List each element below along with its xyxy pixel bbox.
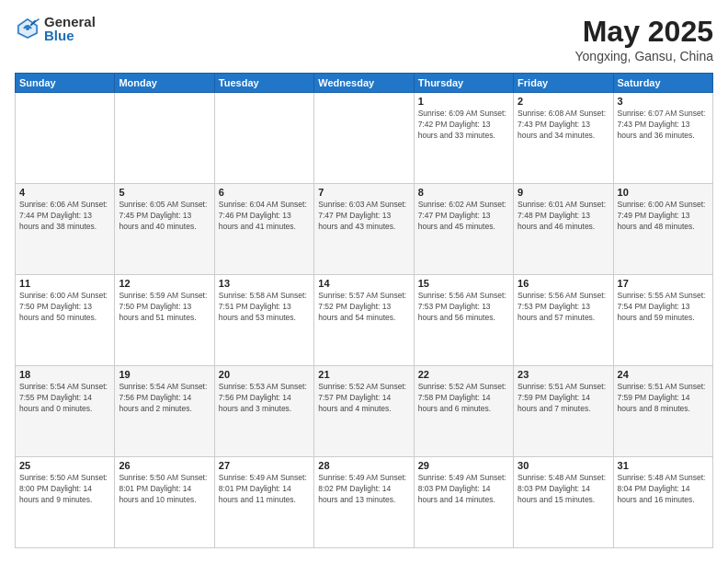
svg-point-2 [26,27,29,30]
calendar-cell [314,93,414,184]
calendar-cell: 14Sunrise: 5:57 AM Sunset: 7:52 PM Dayli… [314,275,414,366]
calendar-cell: 15Sunrise: 5:56 AM Sunset: 7:53 PM Dayli… [414,275,513,366]
calendar-week-2: 4Sunrise: 6:06 AM Sunset: 7:44 PM Daylig… [16,184,713,275]
day-info: Sunrise: 5:50 AM Sunset: 8:00 PM Dayligh… [19,473,110,506]
calendar-header-row: SundayMondayTuesdayWednesdayThursdayFrid… [16,74,713,93]
header: General Blue May 2025 Yongxing, Gansu, C… [15,15,713,63]
calendar-cell: 9Sunrise: 6:01 AM Sunset: 7:48 PM Daylig… [514,184,613,275]
day-number: 11 [19,278,110,289]
calendar-cell: 24Sunrise: 5:51 AM Sunset: 7:59 PM Dayli… [613,366,712,457]
calendar-cell [214,93,313,184]
day-info: Sunrise: 5:48 AM Sunset: 8:03 PM Dayligh… [518,473,609,506]
calendar-cell: 27Sunrise: 5:49 AM Sunset: 8:01 PM Dayli… [214,457,313,548]
day-number: 25 [19,460,110,471]
logo: General Blue [15,15,96,42]
weekday-header-wednesday: Wednesday [314,74,414,93]
day-info: Sunrise: 5:49 AM Sunset: 8:03 PM Dayligh… [418,473,509,506]
calendar-cell: 18Sunrise: 5:54 AM Sunset: 7:55 PM Dayli… [16,366,115,457]
calendar-table: SundayMondayTuesdayWednesdayThursdayFrid… [15,73,713,548]
day-number: 19 [119,369,210,380]
day-number: 21 [318,369,409,380]
day-number: 27 [219,460,310,471]
day-number: 12 [119,278,210,289]
day-number: 14 [318,278,409,289]
calendar-cell: 31Sunrise: 5:48 AM Sunset: 8:04 PM Dayli… [613,457,712,548]
weekday-header-saturday: Saturday [613,74,712,93]
day-number: 5 [119,187,210,198]
calendar-cell: 30Sunrise: 5:48 AM Sunset: 8:03 PM Dayli… [514,457,613,548]
calendar-cell: 19Sunrise: 5:54 AM Sunset: 7:56 PM Dayli… [115,366,214,457]
day-info: Sunrise: 5:58 AM Sunset: 7:51 PM Dayligh… [219,291,310,324]
day-info: Sunrise: 5:57 AM Sunset: 7:52 PM Dayligh… [318,291,409,324]
calendar-cell [115,93,214,184]
page: General Blue May 2025 Yongxing, Gansu, C… [0,0,728,563]
calendar-cell: 6Sunrise: 6:04 AM Sunset: 7:46 PM Daylig… [214,184,313,275]
day-number: 1 [418,96,509,107]
calendar-cell: 29Sunrise: 5:49 AM Sunset: 8:03 PM Dayli… [414,457,513,548]
calendar-cell: 25Sunrise: 5:50 AM Sunset: 8:00 PM Dayli… [16,457,115,548]
day-info: Sunrise: 5:49 AM Sunset: 8:01 PM Dayligh… [219,473,310,506]
day-number: 24 [618,369,709,380]
day-info: Sunrise: 5:59 AM Sunset: 7:50 PM Dayligh… [119,291,210,324]
weekday-header-friday: Friday [514,74,613,93]
day-number: 6 [219,187,310,198]
day-number: 28 [318,460,409,471]
calendar-week-4: 18Sunrise: 5:54 AM Sunset: 7:55 PM Dayli… [16,366,713,457]
logo-text: General Blue [44,15,96,42]
calendar-cell: 12Sunrise: 5:59 AM Sunset: 7:50 PM Dayli… [115,275,214,366]
calendar-cell: 10Sunrise: 6:00 AM Sunset: 7:49 PM Dayli… [613,184,712,275]
title-block: May 2025 Yongxing, Gansu, China [575,15,713,63]
day-number: 13 [219,278,310,289]
logo-blue-text: Blue [44,29,96,42]
day-number: 15 [418,278,509,289]
day-number: 3 [618,96,709,107]
day-info: Sunrise: 6:01 AM Sunset: 7:48 PM Dayligh… [518,200,609,233]
day-info: Sunrise: 6:03 AM Sunset: 7:47 PM Dayligh… [318,200,409,233]
calendar-cell: 13Sunrise: 5:58 AM Sunset: 7:51 PM Dayli… [214,275,313,366]
day-info: Sunrise: 5:48 AM Sunset: 8:04 PM Dayligh… [618,473,709,506]
day-info: Sunrise: 5:54 AM Sunset: 7:56 PM Dayligh… [119,382,210,415]
day-number: 2 [518,96,609,107]
day-number: 16 [518,278,609,289]
month-title: May 2025 [575,15,713,49]
day-number: 22 [418,369,509,380]
logo-general-text: General [44,15,96,29]
weekday-header-thursday: Thursday [414,74,513,93]
day-number: 7 [318,187,409,198]
day-info: Sunrise: 6:08 AM Sunset: 7:43 PM Dayligh… [518,109,609,142]
day-info: Sunrise: 5:51 AM Sunset: 7:59 PM Dayligh… [518,382,609,415]
day-info: Sunrise: 5:51 AM Sunset: 7:59 PM Dayligh… [618,382,709,415]
day-info: Sunrise: 5:55 AM Sunset: 7:54 PM Dayligh… [618,291,709,324]
calendar-cell: 20Sunrise: 5:53 AM Sunset: 7:56 PM Dayli… [214,366,313,457]
day-number: 23 [518,369,609,380]
day-number: 29 [418,460,509,471]
calendar-cell: 2Sunrise: 6:08 AM Sunset: 7:43 PM Daylig… [514,93,613,184]
calendar-cell: 22Sunrise: 5:52 AM Sunset: 7:58 PM Dayli… [414,366,513,457]
calendar-cell: 1Sunrise: 6:09 AM Sunset: 7:42 PM Daylig… [414,93,513,184]
day-number: 8 [418,187,509,198]
location: Yongxing, Gansu, China [575,49,713,63]
day-info: Sunrise: 5:52 AM Sunset: 7:57 PM Dayligh… [318,382,409,415]
day-number: 31 [618,460,709,471]
weekday-header-sunday: Sunday [16,74,115,93]
day-number: 20 [219,369,310,380]
day-number: 26 [119,460,210,471]
calendar-cell: 5Sunrise: 6:05 AM Sunset: 7:45 PM Daylig… [115,184,214,275]
calendar-cell: 17Sunrise: 5:55 AM Sunset: 7:54 PM Dayli… [613,275,712,366]
calendar-cell: 21Sunrise: 5:52 AM Sunset: 7:57 PM Dayli… [314,366,414,457]
day-number: 9 [518,187,609,198]
day-info: Sunrise: 6:05 AM Sunset: 7:45 PM Dayligh… [119,200,210,233]
day-info: Sunrise: 5:49 AM Sunset: 8:02 PM Dayligh… [318,473,409,506]
calendar-cell [16,93,115,184]
day-info: Sunrise: 6:04 AM Sunset: 7:46 PM Dayligh… [219,200,310,233]
calendar-cell: 3Sunrise: 6:07 AM Sunset: 7:43 PM Daylig… [613,93,712,184]
weekday-header-monday: Monday [115,74,214,93]
day-number: 30 [518,460,609,471]
day-info: Sunrise: 6:00 AM Sunset: 7:50 PM Dayligh… [19,291,110,324]
logo-icon [15,16,40,41]
day-info: Sunrise: 6:06 AM Sunset: 7:44 PM Dayligh… [19,200,110,233]
calendar-cell: 11Sunrise: 6:00 AM Sunset: 7:50 PM Dayli… [16,275,115,366]
calendar-cell: 4Sunrise: 6:06 AM Sunset: 7:44 PM Daylig… [16,184,115,275]
day-info: Sunrise: 5:56 AM Sunset: 7:53 PM Dayligh… [518,291,609,324]
calendar-cell: 8Sunrise: 6:02 AM Sunset: 7:47 PM Daylig… [414,184,513,275]
